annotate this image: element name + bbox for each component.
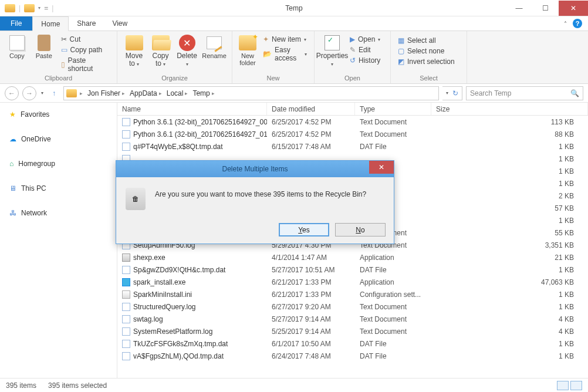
sidebar-favorites[interactable]: ★Favorites <box>0 107 117 121</box>
col-name[interactable]: Name <box>117 103 267 115</box>
open-button[interactable]: ▶Open ▾ <box>347 35 383 44</box>
crumb[interactable]: Jon Fisher▸ <box>86 89 127 97</box>
chevron-down-icon[interactable]: ▾ <box>38 5 40 11</box>
crumb[interactable]: Temp▸ <box>191 89 216 97</box>
table-row[interactable]: StructuredQuery.log6/27/2017 9:20 AMText… <box>117 300 588 313</box>
file-icon <box>122 118 130 126</box>
dialog-titlebar[interactable]: Delete Multiple Items ✕ <box>116 161 394 177</box>
file-icon <box>122 254 130 262</box>
table-row[interactable]: swtag.log5/27/2017 9:14 AMText Document4… <box>117 313 588 325</box>
dialog-close-button[interactable]: ✕ <box>369 161 394 174</box>
table-row[interactable]: q#PT4qWybE,x$8Qt.tmp.dat6/15/2017 7:48 A… <box>117 140 588 153</box>
crumb[interactable]: Local▸ <box>165 89 190 97</box>
invert-selection-button[interactable]: ◩Invert selection <box>396 57 457 66</box>
tab-home[interactable]: Home <box>32 16 69 31</box>
history-button[interactable]: ↺History <box>347 56 383 65</box>
details-view-icon[interactable] <box>557 381 569 390</box>
close-button[interactable]: ✕ <box>559 1 588 16</box>
move-to-button[interactable]: Move to ▾ <box>122 33 146 69</box>
menu-tabs: File Home Share View ˄ ? <box>0 16 588 31</box>
equals-icon[interactable]: = <box>44 4 48 12</box>
table-row[interactable]: TkUZcFSFGk8sZmXq.tmp.dat6/1/2017 10:50 A… <box>117 337 588 350</box>
cut-button[interactable]: ✂Cut <box>59 35 112 44</box>
sidebar-thispc[interactable]: 🖥This PC <box>0 181 117 195</box>
minimize-button[interactable]: — <box>506 1 532 16</box>
file-name: Python 3.6.1 (32-bit)_20170625164927_00.… <box>133 118 267 126</box>
yes-button[interactable]: Yes <box>279 223 329 236</box>
forward-button[interactable]: → <box>22 86 36 100</box>
folder-icon[interactable] <box>24 4 35 12</box>
search-input[interactable]: Search Temp 🔍 <box>466 86 583 100</box>
file-name: TkUZcFSFGk8sZmXq.tmp.dat <box>133 340 228 348</box>
up-button[interactable]: ↑ <box>48 87 60 99</box>
tab-view[interactable]: View <box>104 16 136 31</box>
file-size: 1 KB <box>431 266 588 274</box>
no-button[interactable]: No <box>335 223 386 236</box>
minimize-ribbon-icon[interactable]: ˄ <box>564 21 567 27</box>
col-date[interactable]: Date modified <box>267 103 355 115</box>
file-date: 6/21/2017 1:33 PM <box>267 290 355 299</box>
select-none-button[interactable]: ▢Select none <box>396 46 457 56</box>
dialog-message: Are you sure you want to move these 395 … <box>155 188 366 210</box>
table-row[interactable]: SystemResetPlatform.log5/25/2017 9:14 AM… <box>117 325 588 337</box>
thumbnails-view-icon[interactable] <box>570 381 582 390</box>
col-size[interactable]: Size <box>431 103 588 115</box>
table-row[interactable]: vA$FgpsZhLM),QOd.tmp.dat6/24/2017 7:48 A… <box>117 350 588 362</box>
invert-icon: ◩ <box>398 58 404 66</box>
select-all-button[interactable]: ▦Select all <box>396 36 457 45</box>
paste-shortcut-button[interactable]: ▯Paste shortcut <box>59 56 112 73</box>
table-row[interactable]: Sp&gwZDd9X!QtH&c.tmp.dat5/27/2017 10:51 … <box>117 263 588 276</box>
properties-button[interactable]: Properties ▾ <box>319 33 345 69</box>
table-row[interactable]: spark_install.exe6/21/2017 1:33 PMApplic… <box>117 276 588 288</box>
file-size: 1 KB <box>431 290 588 299</box>
file-date: 6/27/2017 9:20 AM <box>267 303 355 311</box>
tab-share[interactable]: Share <box>69 16 104 31</box>
table-row[interactable]: SparkMiniInstall.ini6/21/2017 1:33 PMCon… <box>117 288 588 300</box>
breadcrumb[interactable]: ▸ Jon Fisher▸ AppData▸ Local▸ Temp▸ <box>63 86 439 100</box>
group-label: Open <box>319 75 386 82</box>
open-icon: ▶ <box>350 35 355 43</box>
file-size: 4 KB <box>431 327 588 336</box>
file-name: swtag.log <box>133 315 163 323</box>
ribbon: Copy Paste ✂Cut ▭Copy path ▯Paste shortc… <box>0 31 588 84</box>
table-row[interactable]: Python 3.6.1 (32-bit)_20170625164927_00.… <box>117 116 588 128</box>
col-type[interactable]: Type <box>355 103 431 115</box>
edit-button[interactable]: ✎Edit <box>347 45 383 55</box>
file-type: Text Document <box>355 327 431 336</box>
copy-to-button[interactable]: Copy to ▾ <box>148 33 173 69</box>
file-size: 2 KB <box>431 192 588 200</box>
file-size: 88 KB <box>431 130 588 138</box>
status-bar: 395 items 395 items selected <box>0 378 588 392</box>
file-type: Configuration sett... <box>355 290 431 299</box>
rename-button[interactable]: Rename <box>201 33 227 60</box>
recent-dropdown[interactable]: ▾ <box>41 90 43 96</box>
file-date: 6/24/2017 7:48 AM <box>267 352 355 360</box>
file-size: 1 KB <box>431 340 588 348</box>
new-item-button[interactable]: ✦New item ▾ <box>261 35 309 44</box>
paste-button[interactable]: Paste <box>32 33 56 60</box>
new-folder-button[interactable]: New folder <box>237 33 258 67</box>
tab-file[interactable]: File <box>0 16 32 31</box>
sidebar-onedrive[interactable]: ☁OneDrive <box>0 132 117 146</box>
file-icon <box>122 130 130 138</box>
network-icon: 🖧 <box>9 209 16 217</box>
addr-dropdown-icon[interactable]: ▾ <box>446 90 448 96</box>
refresh-icon[interactable]: ↻ <box>452 89 458 97</box>
back-button[interactable]: ← <box>5 86 19 100</box>
help-icon[interactable]: ? <box>573 19 582 28</box>
copy-path-button[interactable]: ▭Copy path <box>59 45 112 55</box>
file-list[interactable]: Python 3.6.1 (32-bit)_20170625164927_00.… <box>117 116 588 378</box>
crumb[interactable]: AppData▸ <box>128 89 164 97</box>
easy-access-button[interactable]: 📂Easy access ▾ <box>261 45 309 63</box>
star-icon: ★ <box>9 110 16 119</box>
sidebar-homegroup[interactable]: ⌂Homegroup <box>0 157 117 171</box>
file-icon <box>122 290 130 299</box>
address-bar: ← → ▾ ↑ ▸ Jon Fisher▸ AppData▸ Local▸ Te… <box>0 84 588 103</box>
copy-button[interactable]: Copy <box>5 33 29 60</box>
sidebar-network[interactable]: 🖧Network <box>0 206 117 220</box>
maximize-button[interactable]: ☐ <box>532 1 559 16</box>
table-row[interactable]: shexp.exe4/1/2014 1:47 AMApplication21 K… <box>117 251 588 263</box>
delete-button[interactable]: ✕Delete ▾ <box>175 33 199 69</box>
table-row[interactable]: Python 3.6.1 (32-bit)_20170625164927_01.… <box>117 128 588 140</box>
selection-count: 395 items selected <box>48 381 107 390</box>
